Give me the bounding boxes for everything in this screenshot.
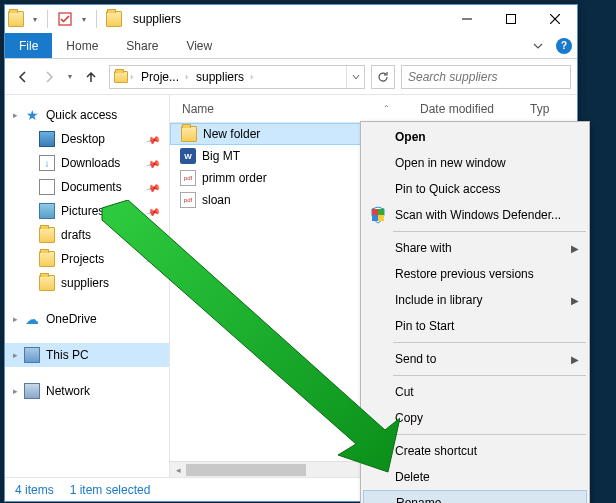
cm-share-with[interactable]: Share with▶ — [363, 235, 587, 261]
help-button[interactable]: ? — [551, 33, 577, 58]
folder-icon — [39, 275, 55, 291]
cm-restore-versions[interactable]: Restore previous versions — [363, 261, 587, 287]
svg-rect-7 — [372, 215, 378, 221]
folder-icon — [39, 227, 55, 243]
search-input[interactable] — [408, 70, 564, 84]
file-name: New folder — [203, 127, 260, 141]
quick-access[interactable]: ▸ ★ Quick access — [5, 103, 169, 127]
tab-share[interactable]: Share — [112, 33, 172, 58]
sidebar-item-pictures[interactable]: Pictures📌 — [5, 199, 169, 223]
title-folder-icon — [103, 8, 125, 30]
address-bar[interactable]: › Proje...› suppliers› — [109, 65, 365, 89]
svg-rect-6 — [378, 209, 384, 215]
caret-icon: ▸ — [13, 110, 18, 120]
cm-send-to[interactable]: Send to▶ — [363, 346, 587, 372]
this-pc-label: This PC — [46, 348, 89, 362]
qat-dropdown-2[interactable]: ▾ — [78, 8, 90, 30]
pic-icon — [39, 203, 55, 219]
scroll-left-icon[interactable]: ◂ — [170, 462, 186, 478]
scroll-thumb[interactable] — [186, 464, 306, 476]
cm-create-shortcut[interactable]: Create shortcut — [363, 438, 587, 464]
titlebar: ▾ ▾ suppliers — [5, 5, 577, 33]
cm-copy[interactable]: Copy — [363, 405, 587, 431]
recent-dropdown[interactable]: ▾ — [63, 65, 77, 89]
address-dropdown[interactable] — [346, 66, 364, 88]
close-button[interactable] — [533, 5, 577, 33]
cm-cut[interactable]: Cut — [363, 379, 587, 405]
submenu-arrow-icon: ▶ — [571, 243, 579, 254]
quick-access-toolbar: ▾ ▾ — [5, 8, 125, 30]
sidebar-item-projects[interactable]: Projects📌 — [5, 247, 169, 271]
search-box[interactable] — [401, 65, 571, 89]
maximize-button[interactable] — [489, 5, 533, 33]
col-date[interactable]: Date modified — [420, 102, 530, 116]
sidebar-item-desktop[interactable]: Desktop📌 — [5, 127, 169, 151]
star-icon: ★ — [24, 107, 40, 123]
breadcrumb-suppliers[interactable]: suppliers› — [192, 66, 257, 88]
cm-include-library[interactable]: Include in library▶ — [363, 287, 587, 313]
onedrive[interactable]: ▸ ☁ OneDrive — [5, 307, 169, 331]
cm-pin-quick[interactable]: Pin to Quick access — [363, 176, 587, 202]
sidebar-item-label: drafts — [61, 228, 91, 242]
cm-rename[interactable]: Rename — [363, 490, 587, 503]
tab-view[interactable]: View — [172, 33, 226, 58]
properties-toggle[interactable] — [54, 8, 76, 30]
network[interactable]: ▸ Network — [5, 379, 169, 403]
file-name: primm order — [202, 171, 267, 185]
network-icon — [24, 383, 40, 399]
item-count: 4 items — [15, 483, 54, 497]
col-type[interactable]: Typ — [530, 102, 577, 116]
back-button[interactable] — [11, 65, 35, 89]
nav-pane: ▸ ★ Quick access Desktop📌Downloads📌Docum… — [5, 95, 170, 477]
pin-icon: 📌 — [145, 179, 161, 195]
qat-dropdown[interactable]: ▾ — [29, 8, 41, 30]
cm-open-new-window[interactable]: Open in new window — [363, 150, 587, 176]
caret-icon: ▸ — [13, 350, 18, 360]
sidebar-item-label: Downloads — [61, 156, 120, 170]
sidebar-item-suppliers[interactable]: suppliers — [5, 271, 169, 295]
svg-rect-5 — [372, 209, 378, 215]
breadcrumb-root[interactable]: › — [110, 66, 137, 88]
pin-icon: 📌 — [145, 203, 161, 219]
help-icon: ? — [556, 38, 572, 54]
submenu-arrow-icon: ▶ — [571, 354, 579, 365]
sidebar-item-downloads[interactable]: Downloads📌 — [5, 151, 169, 175]
chevron-right-icon: › — [185, 72, 188, 82]
cm-delete[interactable]: Delete — [363, 464, 587, 490]
pin-icon: 📌 — [145, 251, 161, 267]
submenu-arrow-icon: ▶ — [571, 295, 579, 306]
breadcrumb-projects[interactable]: Proje...› — [137, 66, 192, 88]
column-header: Name⌃ Date modified Typ — [170, 95, 577, 123]
folder-icon — [5, 8, 27, 30]
up-button[interactable] — [79, 65, 103, 89]
sidebar-item-documents[interactable]: Documents📌 — [5, 175, 169, 199]
refresh-button[interactable] — [371, 65, 395, 89]
network-label: Network — [46, 384, 90, 398]
sort-asc-icon: ⌃ — [383, 104, 390, 113]
col-name[interactable]: Name⌃ — [170, 102, 420, 116]
caret-icon: ▸ — [13, 314, 18, 324]
minimize-button[interactable] — [445, 5, 489, 33]
cm-defender[interactable]: Scan with Windows Defender... — [363, 202, 587, 228]
cm-pin-start[interactable]: Pin to Start — [363, 313, 587, 339]
pin-icon: 📌 — [145, 155, 161, 171]
pdf-icon: pdf — [180, 170, 196, 186]
tab-home[interactable]: Home — [52, 33, 112, 58]
context-menu: Open Open in new window Pin to Quick acc… — [360, 121, 590, 503]
cm-open[interactable]: Open — [363, 124, 587, 150]
sidebar-item-drafts[interactable]: drafts📌 — [5, 223, 169, 247]
sidebar-item-label: Pictures — [61, 204, 104, 218]
quick-access-label: Quick access — [46, 108, 117, 122]
file-tab[interactable]: File — [5, 33, 52, 58]
onedrive-label: OneDrive — [46, 312, 97, 326]
pc-icon — [24, 347, 40, 363]
caret-icon: ▸ — [13, 386, 18, 396]
this-pc[interactable]: ▸ This PC — [5, 343, 169, 367]
chevron-right-icon: › — [130, 72, 133, 82]
pin-icon: 📌 — [145, 131, 161, 147]
forward-button[interactable] — [37, 65, 61, 89]
file-name: sloan — [202, 193, 231, 207]
ribbon: File Home Share View ? — [5, 33, 577, 59]
folder-icon — [181, 126, 197, 142]
ribbon-expand-button[interactable] — [525, 33, 551, 58]
